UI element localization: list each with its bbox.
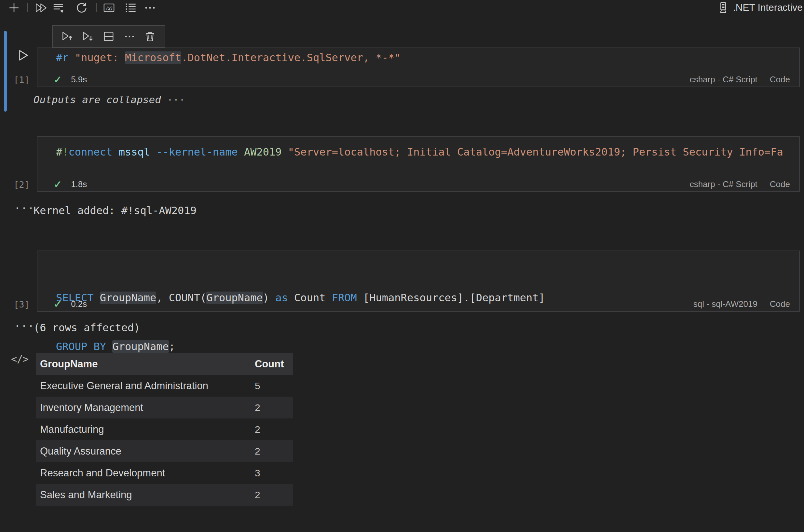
cell-kind-label[interactable]: Code (770, 179, 790, 189)
rows-affected-output: (6 rows affected) (34, 322, 140, 334)
outputs-collapsed-note[interactable]: Outputs are collapsed··· (34, 94, 185, 106)
table-row: Manufacturing 2 (36, 418, 293, 440)
change-presentation-icon[interactable]: </> (11, 353, 28, 365)
run-all-icon[interactable] (35, 2, 47, 14)
language-picker[interactable]: csharp - C# Script (690, 75, 758, 84)
more-cell-actions-icon[interactable] (123, 30, 136, 43)
outputs-collapsed-text: Outputs are collapsed (34, 94, 161, 106)
column-header-count: Count (255, 358, 284, 370)
output-menu-icon[interactable]: ··· (14, 203, 35, 214)
cell-count: 2 (255, 424, 260, 435)
execution-count: [2] (14, 179, 30, 190)
success-check-icon: ✓ (54, 298, 62, 310)
svg-text:(x): (x) (106, 5, 113, 11)
table-row: Sales and Marketing 2 (36, 484, 293, 506)
table-row: Quality Assurance 2 (36, 440, 293, 462)
cell-kind-label[interactable]: Code (770, 75, 790, 84)
table-row: Executive General and Administration 5 (36, 375, 293, 397)
kernel-icon (717, 2, 729, 13)
kernel-added-output: Kernel added: #!sql-AW2019 (34, 204, 196, 217)
focused-cell-indicator (4, 31, 7, 112)
cell-count: 3 (255, 468, 260, 479)
execution-count: [3] (14, 299, 30, 309)
success-check-icon: ✓ (54, 179, 62, 190)
cell-status-bar: ✓ 5.9s csharp - C# Script Code (37, 72, 799, 87)
code-cell-1: #r "nuget: Microsoft.DotNet.Interactive.… (37, 48, 800, 87)
code-cell-2: #!connect mssql --kernel-name AW2019 "Se… (37, 136, 800, 192)
cell-groupname: Executive General and Administration (36, 380, 208, 392)
more-actions-icon[interactable] (144, 2, 156, 14)
execution-duration: 0.2s (71, 299, 87, 309)
execute-above-icon[interactable] (61, 30, 74, 43)
cell-groupname: Inventory Management (36, 402, 143, 414)
cell-status-bar: ✓ 0.2s sql - sql-AW2019 Code (37, 297, 799, 311)
outline-list-icon[interactable] (124, 2, 137, 14)
code-editor[interactable]: #!connect mssql --kernel-name AW2019 "Se… (37, 137, 799, 160)
cell-status-bar: ✓ 1.8s csharp - C# Script Code (37, 177, 799, 191)
cell-groupname: Sales and Marketing (36, 489, 132, 501)
toolbar-divider (96, 3, 97, 12)
success-check-icon: ✓ (54, 74, 62, 85)
expand-outputs-icon[interactable]: ··· (167, 94, 185, 106)
variables-icon[interactable]: (x) (103, 2, 115, 14)
table-row: Inventory Management 2 (36, 397, 293, 418)
column-header-groupname: GroupName (36, 358, 98, 370)
add-cell-icon[interactable] (8, 2, 20, 14)
execute-below-icon[interactable] (82, 30, 94, 43)
code-line: GROUP BY GroupName; (56, 338, 799, 355)
cell-hover-toolbar (52, 25, 165, 48)
kernel-indicator[interactable]: .NET Interactive (717, 0, 803, 15)
restart-icon[interactable] (76, 2, 88, 14)
cell-count: 2 (255, 489, 260, 500)
code-editor[interactable]: #r "nuget: Microsoft.DotNet.Interactive.… (37, 48, 799, 66)
toolbar-divider (27, 3, 28, 12)
execution-count: [1] (14, 75, 30, 85)
code-cell-3: SELECT GroupName, COUNT(GroupName) as Co… (37, 250, 800, 312)
language-picker[interactable]: sql - sql-AW2019 (693, 299, 758, 309)
run-cell-button[interactable] (17, 49, 30, 62)
cell-groupname: Research and Development (36, 467, 165, 479)
cell-groupname: Quality Assurance (36, 445, 121, 457)
cell-count: 5 (255, 380, 260, 392)
cell-groupname: Manufacturing (36, 424, 104, 435)
language-picker[interactable]: csharp - C# Script (690, 179, 758, 189)
delete-cell-icon[interactable] (144, 30, 156, 43)
execution-duration: 1.8s (71, 179, 87, 189)
cell-count: 2 (255, 446, 260, 457)
split-cell-icon[interactable] (102, 30, 115, 43)
output-menu-icon[interactable]: ··· (14, 320, 35, 331)
cell-count: 2 (255, 402, 260, 413)
execution-duration: 5.9s (71, 75, 87, 84)
table-header-row: GroupName Count (36, 353, 293, 375)
clear-outputs-icon[interactable] (52, 2, 64, 14)
notebook-toolbar: (x) .NET Interactive (0, 0, 804, 15)
sql-result-table: GroupName Count Executive General and Ad… (36, 353, 293, 506)
kernel-label: .NET Interactive (733, 2, 803, 13)
table-row: Research and Development 3 (36, 462, 293, 484)
cell-kind-label[interactable]: Code (770, 299, 790, 309)
